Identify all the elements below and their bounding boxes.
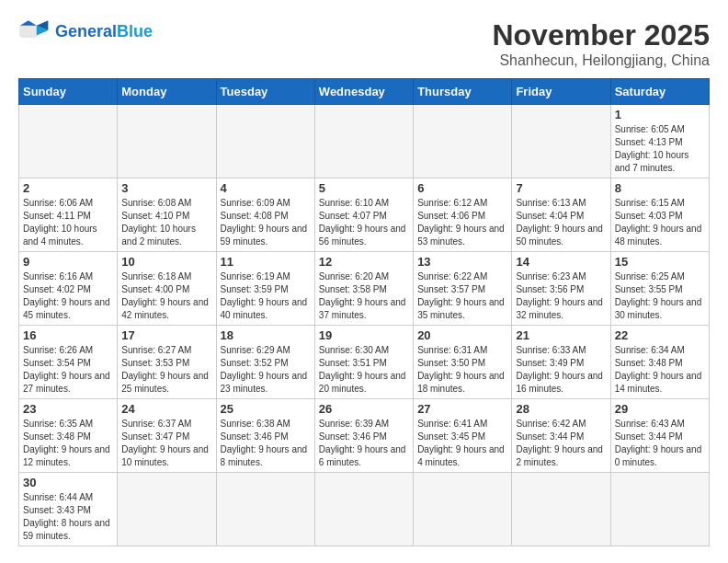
day-info: Sunrise: 6:33 AM Sunset: 3:49 PM Dayligh… [516, 344, 606, 396]
day-number: 30 [23, 476, 113, 489]
table-row: 3Sunrise: 6:08 AM Sunset: 4:10 PM Daylig… [118, 178, 216, 252]
day-info: Sunrise: 6:22 AM Sunset: 3:57 PM Dayligh… [417, 270, 507, 322]
calendar-table: Sunday Monday Tuesday Wednesday Thursday… [18, 78, 710, 546]
table-row: 13Sunrise: 6:22 AM Sunset: 3:57 PM Dayli… [414, 252, 512, 326]
day-info: Sunrise: 6:42 AM Sunset: 3:44 PM Dayligh… [516, 418, 606, 469]
table-row: 24Sunrise: 6:37 AM Sunset: 3:47 PM Dayli… [118, 399, 216, 473]
svg-rect-0 [20, 26, 37, 38]
day-info: Sunrise: 6:16 AM Sunset: 4:02 PM Dayligh… [23, 270, 113, 322]
day-info: Sunrise: 6:31 AM Sunset: 3:50 PM Dayligh… [417, 344, 507, 396]
day-number: 24 [121, 402, 211, 416]
table-row [118, 473, 216, 546]
header-monday: Monday [118, 79, 216, 105]
table-row: 14Sunrise: 6:23 AM Sunset: 3:56 PM Dayli… [512, 252, 610, 326]
day-info: Sunrise: 6:05 AM Sunset: 4:13 PM Dayligh… [615, 123, 705, 175]
day-number: 2 [23, 181, 113, 195]
day-info: Sunrise: 6:39 AM Sunset: 3:46 PM Dayligh… [319, 418, 409, 469]
title-block: November 2025 Shanhecun, Heilongjiang, C… [492, 18, 710, 69]
day-number: 17 [121, 328, 211, 342]
day-info: Sunrise: 6:34 AM Sunset: 3:48 PM Dayligh… [615, 344, 705, 396]
day-info: Sunrise: 6:15 AM Sunset: 4:03 PM Dayligh… [615, 197, 705, 248]
day-number: 16 [23, 328, 113, 342]
day-number: 23 [23, 402, 113, 416]
day-info: Sunrise: 6:23 AM Sunset: 3:56 PM Dayligh… [516, 270, 606, 322]
table-row [512, 105, 610, 178]
day-number: 29 [615, 402, 705, 416]
calendar-week-row: 2Sunrise: 6:06 AM Sunset: 4:11 PM Daylig… [19, 178, 710, 252]
table-row [512, 473, 610, 546]
calendar-week-row: 23Sunrise: 6:35 AM Sunset: 3:48 PM Dayli… [19, 399, 710, 473]
table-row [314, 105, 413, 178]
day-info: Sunrise: 6:37 AM Sunset: 3:47 PM Dayligh… [121, 418, 211, 469]
table-row: 22Sunrise: 6:34 AM Sunset: 3:48 PM Dayli… [610, 326, 709, 399]
table-row: 9Sunrise: 6:16 AM Sunset: 4:02 PM Daylig… [19, 252, 118, 326]
day-info: Sunrise: 6:20 AM Sunset: 3:58 PM Dayligh… [319, 270, 409, 322]
header-tuesday: Tuesday [216, 79, 314, 105]
table-row: 6Sunrise: 6:12 AM Sunset: 4:06 PM Daylig… [414, 178, 512, 252]
day-number: 22 [615, 328, 705, 342]
day-number: 5 [319, 181, 409, 195]
calendar-week-row: 1Sunrise: 6:05 AM Sunset: 4:13 PM Daylig… [19, 105, 710, 178]
table-row: 21Sunrise: 6:33 AM Sunset: 3:49 PM Dayli… [512, 326, 610, 399]
day-number: 18 [221, 328, 311, 342]
calendar-header-row: Sunday Monday Tuesday Wednesday Thursday… [19, 79, 710, 105]
table-row: 23Sunrise: 6:35 AM Sunset: 3:48 PM Dayli… [19, 399, 118, 473]
table-row: 10Sunrise: 6:18 AM Sunset: 4:00 PM Dayli… [118, 252, 216, 326]
calendar-week-row: 9Sunrise: 6:16 AM Sunset: 4:02 PM Daylig… [19, 252, 710, 326]
table-row: 2Sunrise: 6:06 AM Sunset: 4:11 PM Daylig… [19, 178, 118, 252]
day-number: 19 [319, 328, 409, 342]
day-info: Sunrise: 6:43 AM Sunset: 3:44 PM Dayligh… [615, 418, 705, 469]
day-info: Sunrise: 6:29 AM Sunset: 3:52 PM Dayligh… [221, 344, 311, 396]
header-saturday: Saturday [610, 79, 709, 105]
page-header: GeneralBlue November 2025 Shanhecun, Hei… [18, 18, 710, 69]
day-info: Sunrise: 6:38 AM Sunset: 3:46 PM Dayligh… [221, 418, 311, 469]
table-row: 7Sunrise: 6:13 AM Sunset: 4:04 PM Daylig… [512, 178, 610, 252]
logo-text: GeneralBlue [55, 22, 153, 41]
day-number: 13 [417, 255, 507, 269]
table-row: 29Sunrise: 6:43 AM Sunset: 3:44 PM Dayli… [610, 399, 709, 473]
day-info: Sunrise: 6:19 AM Sunset: 3:59 PM Dayligh… [221, 270, 311, 322]
day-number: 8 [615, 181, 705, 195]
location-subtitle: Shanhecun, Heilongjiang, China [492, 52, 710, 69]
day-info: Sunrise: 6:09 AM Sunset: 4:08 PM Dayligh… [221, 197, 311, 248]
day-info: Sunrise: 6:25 AM Sunset: 3:55 PM Dayligh… [615, 270, 705, 322]
table-row [19, 105, 118, 178]
table-row: 4Sunrise: 6:09 AM Sunset: 4:08 PM Daylig… [216, 178, 314, 252]
day-number: 10 [121, 255, 211, 269]
day-info: Sunrise: 6:35 AM Sunset: 3:48 PM Dayligh… [23, 418, 113, 469]
table-row [414, 473, 512, 546]
table-row: 28Sunrise: 6:42 AM Sunset: 3:44 PM Dayli… [512, 399, 610, 473]
day-number: 25 [221, 402, 311, 416]
day-number: 26 [319, 402, 409, 416]
table-row: 8Sunrise: 6:15 AM Sunset: 4:03 PM Daylig… [610, 178, 709, 252]
day-number: 6 [417, 181, 507, 195]
table-row [414, 105, 512, 178]
header-friday: Friday [512, 79, 610, 105]
month-year-title: November 2025 [492, 18, 710, 52]
day-number: 1 [615, 108, 705, 121]
day-info: Sunrise: 6:10 AM Sunset: 4:07 PM Dayligh… [319, 197, 409, 248]
day-number: 4 [221, 181, 311, 195]
day-info: Sunrise: 6:30 AM Sunset: 3:51 PM Dayligh… [319, 344, 409, 396]
day-number: 21 [516, 328, 606, 342]
day-number: 28 [516, 402, 606, 416]
day-number: 3 [121, 181, 211, 195]
day-info: Sunrise: 6:13 AM Sunset: 4:04 PM Dayligh… [516, 197, 606, 248]
header-wednesday: Wednesday [314, 79, 413, 105]
day-number: 14 [516, 255, 606, 269]
table-row [216, 473, 314, 546]
day-number: 9 [23, 255, 113, 269]
day-number: 7 [516, 181, 606, 195]
table-row: 1Sunrise: 6:05 AM Sunset: 4:13 PM Daylig… [610, 105, 709, 178]
logo: GeneralBlue [18, 18, 153, 44]
header-thursday: Thursday [414, 79, 512, 105]
day-info: Sunrise: 6:41 AM Sunset: 3:45 PM Dayligh… [417, 418, 507, 469]
day-info: Sunrise: 6:06 AM Sunset: 4:11 PM Dayligh… [23, 197, 113, 248]
table-row: 17Sunrise: 6:27 AM Sunset: 3:53 PM Dayli… [118, 326, 216, 399]
day-info: Sunrise: 6:12 AM Sunset: 4:06 PM Dayligh… [417, 197, 507, 248]
day-number: 11 [221, 255, 311, 269]
table-row [118, 105, 216, 178]
table-row: 18Sunrise: 6:29 AM Sunset: 3:52 PM Dayli… [216, 326, 314, 399]
day-info: Sunrise: 6:27 AM Sunset: 3:53 PM Dayligh… [121, 344, 211, 396]
day-number: 27 [417, 402, 507, 416]
